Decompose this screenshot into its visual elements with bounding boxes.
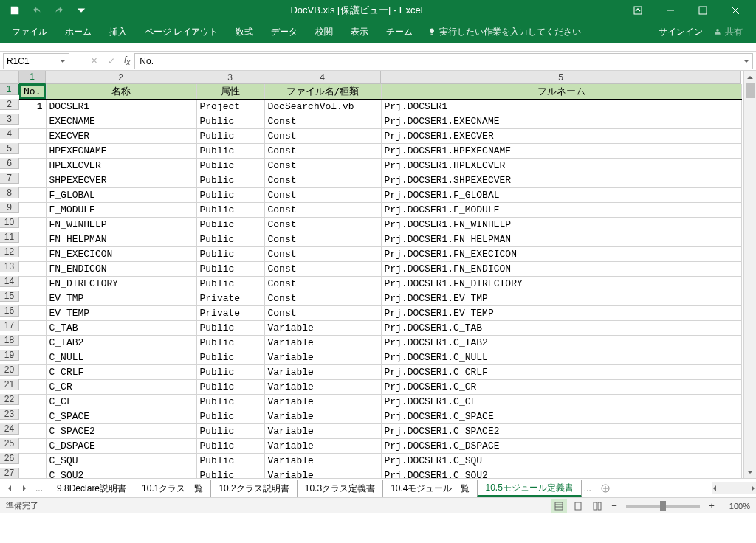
cell[interactable] (19, 438, 46, 453)
cell[interactable]: Variable (264, 350, 381, 364)
row-header[interactable]: 4 (0, 128, 19, 139)
cell[interactable]: Public (196, 409, 264, 423)
sheet-nav-next[interactable] (18, 480, 31, 497)
cell[interactable]: FN_WINHELP (46, 217, 196, 232)
cell[interactable]: Prj.DOCSER1.SHPEXECVER (381, 173, 741, 187)
formula-bar[interactable]: No. (134, 53, 753, 69)
cell[interactable] (19, 114, 46, 128)
ribbon-options-button[interactable] (622, 0, 654, 21)
cell[interactable]: Prj.DOCSER1.C_CL (381, 394, 741, 409)
cell[interactable]: Prj.DOCSER1.FN_EXECICON (381, 246, 741, 261)
sheet-tab[interactable]: 10.3クラス定義書 (297, 480, 383, 497)
row-header[interactable]: 5 (0, 143, 19, 154)
cell[interactable]: Variable (264, 409, 381, 423)
sheet-nav-prev[interactable] (3, 480, 16, 497)
cell[interactable]: Const (264, 305, 381, 320)
cell[interactable]: Variable (264, 453, 381, 468)
cell[interactable]: HPEXECVER (46, 158, 196, 173)
formula-expand[interactable] (743, 56, 749, 66)
row-header[interactable]: 21 (0, 379, 19, 390)
cell[interactable]: Public (196, 114, 264, 128)
cell[interactable]: Const (264, 261, 381, 276)
row-header[interactable]: 25 (0, 438, 19, 449)
cell[interactable]: Public (196, 128, 264, 143)
sheet-overflow-right[interactable]: ... (581, 483, 594, 494)
cell[interactable] (19, 143, 46, 158)
cell[interactable]: C_CR (46, 379, 196, 394)
row-header[interactable]: 10 (0, 217, 19, 228)
row-header[interactable]: 20 (0, 364, 19, 376)
cell[interactable]: Public (196, 364, 264, 379)
cell[interactable]: Public (196, 246, 264, 261)
tab-team[interactable]: チーム (377, 21, 422, 43)
cell[interactable]: Public (196, 217, 264, 232)
cell[interactable]: Const (264, 128, 381, 143)
cell[interactable]: Public (196, 379, 264, 394)
cell[interactable]: Public (196, 320, 264, 335)
cell[interactable]: C_SQU2 (46, 468, 196, 478)
cell[interactable]: EV_TMP (46, 291, 196, 305)
cell[interactable]: Prj.DOCSER1.C_CRLF (381, 364, 741, 379)
cell[interactable]: Variable (264, 364, 381, 379)
cell[interactable]: 1 (19, 99, 46, 114)
zoom-in[interactable]: + (706, 500, 718, 511)
cell[interactable]: Prj.DOCSER1.FN_DIRECTORY (381, 276, 741, 291)
cell[interactable]: Public (196, 453, 264, 468)
scroll-thumb[interactable] (746, 83, 755, 98)
row-header[interactable]: 12 (0, 246, 19, 257)
share-button[interactable]: 共有 (709, 24, 747, 40)
column-header[interactable]: 3 (196, 71, 264, 84)
cell[interactable] (19, 291, 46, 305)
cell[interactable]: No. (19, 84, 46, 99)
redo-button[interactable] (49, 1, 69, 19)
row-header[interactable]: 3 (0, 114, 19, 125)
scroll-up[interactable] (744, 71, 756, 83)
cell[interactable]: フルネーム (381, 84, 741, 99)
column-header[interactable]: 4 (264, 71, 381, 84)
cell[interactable] (19, 202, 46, 217)
cell[interactable] (19, 128, 46, 143)
cell[interactable]: C_NULL (46, 350, 196, 364)
cell[interactable]: EXECVER (46, 128, 196, 143)
cell[interactable] (19, 246, 46, 261)
column-header[interactable]: 1 (19, 71, 46, 84)
row-header[interactable]: 6 (0, 158, 19, 169)
view-normal[interactable] (551, 499, 567, 513)
cell[interactable]: Public (196, 350, 264, 364)
cell[interactable]: Private (196, 291, 264, 305)
sheet-tab[interactable]: 9.8Declare説明書 (49, 480, 134, 497)
cell[interactable]: F_MODULE (46, 202, 196, 217)
cell[interactable] (19, 173, 46, 187)
cell[interactable]: C_TAB2 (46, 335, 196, 350)
row-header[interactable]: 22 (0, 394, 19, 405)
cell[interactable]: C_CL (46, 394, 196, 409)
tab-formulas[interactable]: 数式 (227, 21, 262, 43)
cell[interactable]: Public (196, 143, 264, 158)
cell[interactable]: Prj.DOCSER1.C_SQU (381, 453, 741, 468)
cell[interactable]: Prj.DOCSER1.C_CR (381, 379, 741, 394)
zoom-out[interactable]: − (608, 500, 620, 511)
cell[interactable]: Prj.DOCSER1.FN_ENDICON (381, 261, 741, 276)
cell[interactable]: FN_EXECICON (46, 246, 196, 261)
cell[interactable] (19, 453, 46, 468)
cell[interactable]: Prj.DOCSER1.HPEXECVER (381, 158, 741, 173)
cell[interactable]: Public (196, 468, 264, 478)
select-all[interactable] (0, 71, 19, 84)
cell[interactable]: Prj.DOCSER1.C_SPACE (381, 409, 741, 423)
row-header[interactable]: 14 (0, 276, 19, 287)
cell[interactable] (19, 158, 46, 173)
cell[interactable] (19, 379, 46, 394)
sheet-tab[interactable]: 10.5モジュール定義書 (477, 480, 581, 497)
tab-review[interactable]: 校閲 (306, 21, 342, 43)
horizontal-scrollbar[interactable] (712, 482, 756, 494)
cell[interactable]: Variable (264, 335, 381, 350)
cell[interactable]: EXECNAME (46, 114, 196, 128)
cell[interactable]: Prj.DOCSER1.FN_WINHELP (381, 217, 741, 232)
cell[interactable] (19, 423, 46, 438)
cell[interactable]: Prj.DOCSER1.EXECVER (381, 128, 741, 143)
cell[interactable]: Public (196, 261, 264, 276)
row-header[interactable]: 15 (0, 291, 19, 302)
cell[interactable] (19, 335, 46, 350)
cell[interactable]: Variable (264, 438, 381, 453)
cell[interactable]: FN_ENDICON (46, 261, 196, 276)
